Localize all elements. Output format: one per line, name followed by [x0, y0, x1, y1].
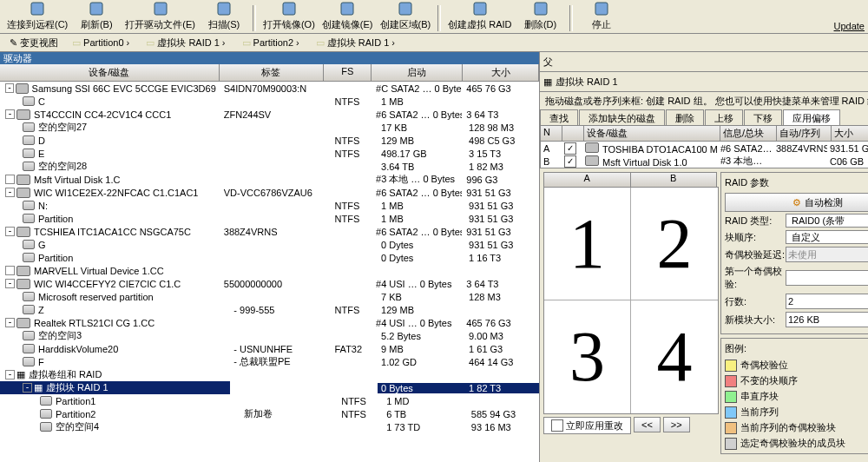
expand-icon[interactable]: - [5, 227, 15, 236]
raid-type-select[interactable]: RAID0 (条带 [786, 214, 868, 228]
expand-icon[interactable]: - [5, 370, 15, 380]
device-row[interactable]: MARVELL Virtual Device 1.CC [0, 264, 539, 277]
matrix-cell[interactable]: 2 [631, 188, 718, 300]
block-size-input[interactable] [786, 312, 868, 327]
device-row[interactable]: Partition2新加卷NTFS6 TB585 94 G3 [0, 407, 539, 420]
checkbox-icon[interactable]: ✓ [564, 142, 576, 155]
svg-rect-3 [218, 3, 230, 15]
checkbox-icon[interactable]: ✓ [564, 155, 576, 168]
mcol-n[interactable]: N [541, 126, 562, 141]
raid-title: 虚拟块 RAID 1 [556, 76, 618, 89]
toolbar-image[interactable]: 打开镜像(O) [263, 0, 315, 31]
right-tab-5[interactable]: 应用偏移 [783, 109, 840, 125]
crumb-0[interactable]: ▭ Partition0 › [66, 36, 138, 50]
device-row[interactable]: DNTFS129 MB498 C5 G3 [0, 134, 539, 147]
device-row[interactable]: Partition0 Dytes1 16 T3 [0, 251, 539, 264]
mcol-info[interactable]: 信息/总块 [720, 126, 777, 141]
device-row[interactable]: Partition1NTFS1 MD [0, 394, 539, 407]
col-device[interactable]: 设备/磁盘 [0, 64, 220, 81]
device-row[interactable]: -Realtek RTLS21CI CG 1.CC#4 USI … 0 Byte… [0, 316, 539, 329]
legend-item: 当前序列的奇偶校验块 [725, 421, 868, 434]
col-start[interactable]: 启动 [372, 64, 463, 81]
right-tab-1[interactable]: 添加缺失的磁盘 [579, 109, 665, 125]
rows-input[interactable] [786, 294, 868, 309]
right-tab-0[interactable]: 查找 [540, 109, 578, 125]
volume-icon [23, 253, 35, 262]
svg-rect-2 [155, 3, 167, 15]
toolbar-open[interactable]: 打开驱动文件(E) [125, 0, 195, 31]
device-row[interactable]: F- 总裁联盟PE1.02 GD464 14 G3 [0, 355, 539, 368]
toolbar-raid[interactable]: 创建虚拟 RAID [448, 0, 511, 31]
device-row[interactable]: N:NTFS1 MB931 51 G3 [0, 199, 539, 212]
expand-icon[interactable]: - [5, 188, 15, 197]
col-label[interactable]: 标签 [220, 64, 324, 81]
volume-icon [23, 292, 35, 301]
device-row[interactable]: ENTFS498.17 GB3 15 T3 [0, 147, 539, 160]
device-row[interactable]: CNTFS1 MB [0, 95, 539, 108]
device-row[interactable]: 空的空间2717 KB128 98 M3 [0, 121, 539, 134]
toolbar-scan[interactable]: 扫描(S) [202, 0, 246, 31]
expand-icon[interactable]: - [5, 109, 15, 119]
mcol-size[interactable]: 大小 [832, 126, 868, 141]
member-row[interactable]: B✓Msft Virtual Disk 1.0#3 本地…C06 GB [541, 155, 868, 168]
expand-icon[interactable] [5, 266, 15, 275]
change-view-button[interactable]: ✎ 变更视图 [3, 35, 64, 51]
apply-now-checkbox[interactable]: 立即应用重改 [543, 417, 631, 434]
raid-icon: ▦ [34, 382, 43, 393]
device-row[interactable]: -ST4CCCIN CC4-2CV1C4 CCC1ZFN244SV#6 SATA… [0, 108, 539, 121]
block-matrix[interactable]: 1234 [543, 187, 719, 414]
matrix-cell[interactable]: 4 [631, 300, 718, 413]
crumb-2[interactable]: ▭ Partition2 › [236, 36, 308, 50]
device-row[interactable]: G0 Dytes931 51 G3 [0, 238, 539, 251]
toolbar-stop[interactable]: 停止 [580, 0, 623, 31]
expand-icon[interactable]: - [5, 279, 15, 288]
device-row[interactable]: 空的空间41 73 TD93 16 M3 [0, 420, 539, 433]
device-row[interactable]: 空的空间283.64 TB1 82 M3 [0, 160, 539, 173]
parity-delay-input [786, 247, 868, 262]
toolbar-refresh[interactable]: 刷新(B) [75, 0, 118, 31]
auto-detect-button[interactable]: ⚙ 自动检测 [725, 193, 868, 212]
device-row[interactable]: HarddiskVolume20- USNUNHFEFAT329 MB1 61 … [0, 342, 539, 355]
crumb-3[interactable]: ▭ 虚拟块 RAID 1 › [310, 35, 404, 51]
prev-button[interactable]: << [634, 417, 661, 432]
chevron-right-icon: › [391, 37, 395, 48]
right-tab-3[interactable]: 上移 [705, 109, 743, 125]
block-order-select[interactable]: 自定义 [786, 230, 868, 244]
device-row[interactable]: 空的空间35.2 Bytes9.00 M3 [0, 329, 539, 342]
mcol-seq[interactable]: 自动/序列 [777, 126, 832, 141]
device-row[interactable]: -TCSHIEA ITC1ACA1CC NSGCA75C388Z4VRNS#6 … [0, 225, 539, 238]
device-row[interactable]: -▦虚拟卷组和 RAID [0, 368, 539, 381]
first-parity-input[interactable] [786, 270, 868, 286]
device-row[interactable]: -WIC WI4CCEFYY2 CIE7CIC C1.C55000000000#… [0, 277, 539, 290]
update-link[interactable]: Update [834, 21, 865, 31]
crumb-1[interactable]: ▭ 虚拟块 RAID 1 › [140, 35, 233, 51]
mcol-chk[interactable] [562, 126, 584, 141]
device-row[interactable]: -Samsung SSI 66C EVC 5CCGE EVIC3D69S4IDN… [0, 82, 539, 95]
expand-icon[interactable] [5, 175, 15, 184]
col-size[interactable]: 大小 [463, 64, 539, 81]
expand-icon[interactable]: - [5, 83, 14, 93]
toolbar-region[interactable]: 创建区域(B) [380, 0, 431, 31]
mcol-dev[interactable]: 设备/磁盘 [584, 126, 720, 141]
matrix-cell[interactable]: 3 [544, 300, 631, 413]
toolbar-create-image[interactable]: 创建镜像(E) [322, 0, 373, 31]
device-row[interactable]: Z- 999-555NTFS129 MB [0, 303, 539, 316]
toolbar-connect[interactable]: 连接到远程(C) [7, 0, 68, 31]
expand-icon[interactable]: - [23, 383, 32, 393]
delete-icon [532, 0, 549, 17]
device-row[interactable]: Msft Virtual Disk 1.C#3 本地 … 0 Bytes996 … [0, 173, 539, 186]
volume-icon [23, 96, 35, 106]
member-row[interactable]: A✓TOSHIBA DTO1ACA100 MS2…#6 SATA2…388Z4V… [541, 142, 868, 155]
device-grid: 设备/磁盘 标签 FS 启动 大小 -Samsung SSI 66C EVC 5… [0, 64, 539, 462]
device-row[interactable]: -WIC WI1CE2EX-22NFCAC C1.C1AC1VD-VCC6786… [0, 186, 539, 199]
col-fs[interactable]: FS [324, 64, 372, 81]
right-tab-2[interactable]: 删除 [666, 109, 704, 125]
matrix-cell[interactable]: 1 [544, 188, 631, 300]
right-tab-4[interactable]: 下移 [744, 109, 782, 125]
device-row[interactable]: PartitionNTFS1 MB931 51 G3 [0, 212, 539, 225]
next-button[interactable]: >> [663, 417, 690, 432]
toolbar-delete[interactable]: 删除(D) [519, 0, 562, 31]
device-row[interactable]: -▦虚拟块 RAID 10 Bytes1 82 T3 [0, 381, 539, 394]
device-row[interactable]: Microsoft reserved partition7 KB128 M3 [0, 290, 539, 303]
expand-icon[interactable]: - [5, 318, 15, 327]
